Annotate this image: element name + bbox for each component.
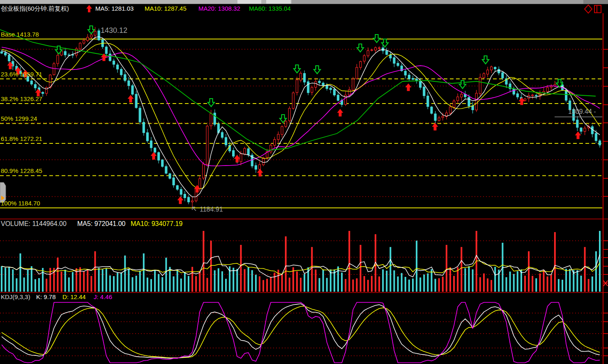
low-price-annotation: 1184.91 xyxy=(200,206,223,213)
kdj-title-label: KDJ(9,3,3) xyxy=(1,293,30,300)
kdj-k-label: K: 9.78 xyxy=(36,293,56,300)
fib-label-base: Base 1413.78 xyxy=(1,31,39,38)
stock-chart-app: 创业板指(60分钟.前复权) MA5: 1281.03 MA10: 1287.4… xyxy=(0,0,608,364)
kdj-d-label: D: 12.44 xyxy=(62,293,86,300)
fib-label-50: 50% 1299.24 xyxy=(1,115,37,122)
chart-canvas[interactable] xyxy=(0,0,608,364)
volume-value-label: VOLUME: 1144964.00 xyxy=(1,220,67,228)
fib-label-61-8: 61.8% 1272.21 xyxy=(1,135,42,142)
fib-label-23-6: 23.6% 1359.71 xyxy=(1,71,42,78)
volume-ma5-label: MA5: 972041.00 xyxy=(77,220,125,228)
fib-label-100: 100% 1184.70 xyxy=(1,200,40,207)
kdj-j-label: J: 4.46 xyxy=(94,293,112,300)
volume-ma10-label: MA10: 934077.19 xyxy=(131,220,182,228)
fib-label-38-2: 38.2% 1326.27 xyxy=(1,95,42,102)
peak-price-annotation: 1430.12 xyxy=(101,26,127,35)
last-price-annotation: 1309.44 - xyxy=(568,108,596,115)
fib-label-80-9: 80.9% 1228.45 xyxy=(1,167,42,174)
